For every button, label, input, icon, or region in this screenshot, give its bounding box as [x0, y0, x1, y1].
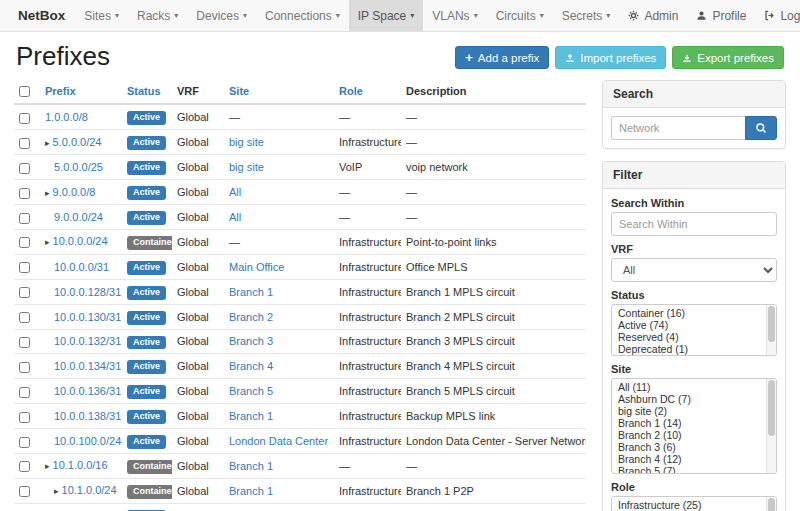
prefix-link[interactable]: 9.0.0.0/8 [53, 186, 96, 198]
scrollbar[interactable] [766, 497, 776, 511]
vrf-select[interactable]: All [611, 258, 777, 282]
listbox-option[interactable]: Branch 4 (12) [612, 453, 764, 465]
row-checkbox[interactable] [19, 287, 30, 298]
export-prefixes-button[interactable]: Export prefixes [672, 46, 784, 69]
site-link[interactable]: Branch 1 [229, 485, 273, 497]
prefix-link[interactable]: 5.0.0.0/25 [54, 161, 103, 173]
column-header-status[interactable]: Status [127, 85, 161, 97]
nav-item-vlans[interactable]: VLANs▾ [423, 0, 486, 31]
prefix-link[interactable]: 10.0.0.0/31 [54, 261, 109, 273]
role-listbox[interactable]: Infrastructure (25)Management (8)Private… [611, 496, 777, 511]
column-header-site[interactable]: Site [229, 85, 249, 97]
scrollbar[interactable] [766, 305, 776, 355]
nav-item-ip-space[interactable]: IP Space▾ [349, 0, 424, 31]
profile-link[interactable]: Profile [687, 0, 755, 31]
listbox-option[interactable]: All (11) [612, 381, 764, 393]
listbox-option[interactable]: Container (16) [612, 307, 764, 319]
row-checkbox[interactable] [19, 188, 30, 199]
site-link[interactable]: Branch 3 [229, 335, 273, 347]
nav-item-secrets[interactable]: Secrets▾ [553, 0, 620, 31]
nav-item-devices[interactable]: Devices▾ [187, 0, 256, 31]
prefix-link[interactable]: 10.0.0.138/31 [54, 410, 121, 422]
status-badge: Active [127, 211, 166, 225]
row-checkbox[interactable] [19, 237, 30, 248]
prefix-link[interactable]: 10.0.0.136/31 [54, 385, 121, 397]
admin-link[interactable]: Admin [619, 0, 687, 31]
prefix-link[interactable]: 10.0.0.134/31 [54, 360, 121, 372]
listbox-option[interactable]: Reserved (4) [612, 331, 764, 343]
site-link[interactable]: big site [229, 161, 264, 173]
site-link[interactable]: Branch 5 [229, 385, 273, 397]
column-header-prefix[interactable]: Prefix [45, 85, 76, 97]
site-link[interactable]: Branch 4 [229, 360, 273, 372]
expand-arrow-icon: ▸ [45, 461, 50, 471]
prefix-link[interactable]: 10.1.0.0/24 [62, 484, 117, 496]
scrollbar-thumb[interactable] [768, 380, 775, 436]
site-link[interactable]: All [229, 186, 241, 198]
row-checkbox[interactable] [19, 387, 30, 398]
site-link[interactable]: Branch 1 [229, 410, 273, 422]
site-link[interactable]: All [229, 211, 241, 223]
description-cell: Office MPLS [401, 254, 586, 279]
site-link[interactable]: London Data Center [229, 435, 328, 447]
log-out-link[interactable]: Log out [755, 0, 800, 31]
scrollbar-thumb[interactable] [768, 306, 775, 342]
site-link[interactable]: Branch 2 [229, 311, 273, 323]
status-badge: Active [127, 311, 166, 325]
row-checkbox[interactable] [19, 461, 30, 472]
site-listbox[interactable]: All (11)Ashburn DC (7)big site (2)Branch… [611, 378, 777, 474]
prefix-link[interactable]: 10.0.0.130/31 [54, 311, 121, 323]
prefix-link[interactable]: 10.0.0.128/31 [54, 286, 121, 298]
search-button[interactable] [745, 116, 777, 140]
prefix-link[interactable]: 10.0.0.0/24 [53, 235, 108, 247]
search-within-input[interactable] [611, 212, 777, 236]
prefix-link[interactable]: 10.1.0.0/16 [53, 459, 108, 471]
prefix-link[interactable]: 10.0.100.0/24 [54, 435, 121, 447]
site-link[interactable]: big site [229, 136, 264, 148]
select-all-checkbox[interactable] [19, 86, 30, 97]
row-checkbox[interactable] [19, 486, 30, 497]
nav-item-connections[interactable]: Connections▾ [256, 0, 349, 31]
listbox-option[interactable]: Branch 5 (7) [612, 465, 764, 474]
brand[interactable]: NetBox [8, 0, 75, 31]
listbox-option[interactable]: Active (74) [612, 319, 764, 331]
prefix-link[interactable]: 5.0.0.0/24 [53, 136, 102, 148]
prefix-link[interactable]: 9.0.0.0/24 [54, 211, 103, 223]
listbox-option[interactable]: Branch 3 (6) [612, 441, 764, 453]
row-checkbox[interactable] [19, 213, 30, 224]
add-a-prefix-button[interactable]: +Add a prefix [455, 46, 549, 69]
prefix-link[interactable]: 10.0.0.132/31 [54, 335, 121, 347]
listbox-option[interactable]: Branch 2 (10) [612, 429, 764, 441]
nav-item-sites[interactable]: Sites▾ [75, 0, 128, 31]
scrollbar[interactable] [766, 379, 776, 473]
status-listbox[interactable]: Container (16)Active (74)Reserved (4)Dep… [611, 304, 777, 356]
description-cell: Point-to-point links [401, 229, 586, 254]
listbox-option[interactable]: big site (2) [612, 405, 764, 417]
primary-nav: Sites▾Racks▾Devices▾Connections▾IP Space… [75, 0, 619, 31]
nav-item-circuits[interactable]: Circuits▾ [487, 0, 553, 31]
listbox-option[interactable]: Branch 1 (14) [612, 417, 764, 429]
row-checkbox[interactable] [19, 312, 30, 323]
row-checkbox[interactable] [19, 262, 30, 273]
row-checkbox[interactable] [19, 337, 30, 348]
row-checkbox[interactable] [19, 138, 30, 149]
row-checkbox[interactable] [19, 437, 30, 448]
site-link[interactable]: Branch 1 [229, 286, 273, 298]
vrf-cell: Global [172, 304, 224, 329]
search-input[interactable] [611, 116, 745, 140]
site-link[interactable]: Branch 1 [229, 460, 273, 472]
row-checkbox[interactable] [19, 412, 30, 423]
scrollbar-thumb[interactable] [768, 498, 775, 511]
row-checkbox[interactable] [19, 362, 30, 373]
prefix-link[interactable]: 1.0.0.0/8 [45, 111, 88, 123]
row-checkbox[interactable] [19, 113, 30, 124]
listbox-option[interactable]: Ashburn DC (7) [612, 393, 764, 405]
site-link[interactable]: Main Office [229, 261, 284, 273]
import-prefixes-button[interactable]: Import prefixes [555, 46, 666, 69]
nav-item-racks[interactable]: Racks▾ [128, 0, 187, 31]
listbox-option[interactable]: Deprecated (1) [612, 343, 764, 355]
column-header-role[interactable]: Role [339, 85, 363, 97]
table-row: ▸10.1.0.0/16ContainerGlobalBranch 1—— [14, 453, 586, 478]
row-checkbox[interactable] [19, 163, 30, 174]
listbox-option[interactable]: Infrastructure (25) [612, 499, 764, 511]
